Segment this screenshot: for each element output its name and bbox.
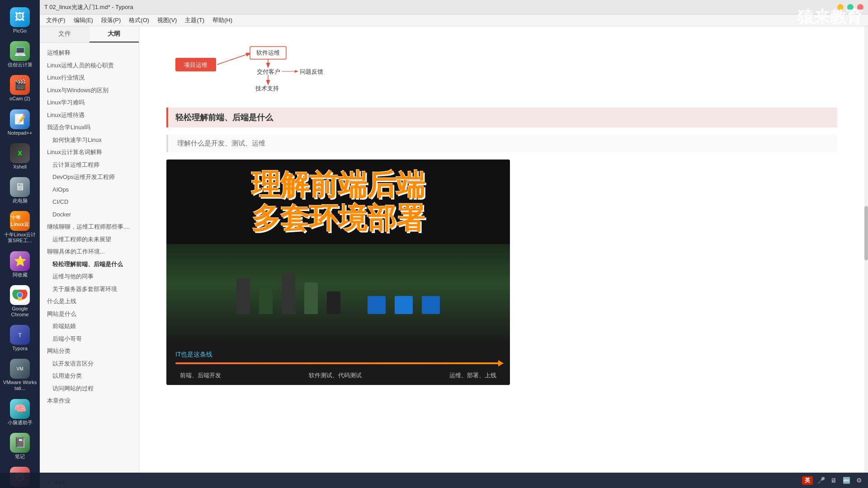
- editor-scrollbar[interactable]: [864, 26, 868, 476]
- outline-item-23[interactable]: 后端小哥哥: [40, 333, 139, 345]
- outline-item-5[interactable]: Linux运维待遇: [40, 109, 139, 122]
- minimize-button[interactable]: [837, 4, 844, 10]
- dock-item-chuangyin[interactable]: 💻 信创云计算: [2, 39, 38, 70]
- outline-item-15[interactable]: 运维工程师的未来展望: [40, 233, 139, 246]
- linux10-icon: 十年Linux云: [10, 211, 30, 231]
- dock-label-biji: 笔记: [15, 454, 25, 460]
- system-tray: 英 🎤 🖥 🔤 ⚙: [802, 476, 863, 485]
- outline-item-13[interactable]: Docker: [40, 208, 139, 221]
- dock-label-vmware: VMware Workstati...: [3, 380, 37, 391]
- outline-item-11[interactable]: AIOps: [40, 183, 139, 196]
- chrome-icon: [10, 285, 30, 305]
- maximize-button[interactable]: [847, 4, 854, 10]
- vmware-icon: VM: [10, 359, 30, 379]
- outline-item-16[interactable]: 聊聊具体的工作环境...: [40, 245, 139, 258]
- outline-item-4[interactable]: Linux学习难吗: [40, 96, 139, 109]
- svg-point-3: [18, 292, 23, 297]
- dock-item-xiaonao[interactable]: 🧠 小脑通助手: [2, 397, 38, 427]
- content-blockquote: 理解什么是开发、测试、运维: [166, 135, 837, 152]
- dock-item-goujian[interactable]: ⭐ 阿收藏: [2, 249, 38, 280]
- menu-format[interactable]: 格式(O): [125, 15, 153, 25]
- dock-item-biji[interactable]: 📓 笔记: [2, 431, 38, 461]
- outline-item-21[interactable]: 网站是什么: [40, 308, 139, 320]
- dock-item-linux10[interactable]: 十年Linux云 十年Linux云计算SRE工...: [2, 209, 38, 245]
- outline-item-28[interactable]: 本章作业: [40, 394, 139, 407]
- xiaonao-icon: 🧠: [10, 399, 30, 419]
- menu-theme[interactable]: 主题(T): [181, 15, 208, 25]
- menu-help[interactable]: 帮助(H): [209, 15, 236, 25]
- content-image-block: 理解前端后端 多套环境部署: [166, 160, 510, 385]
- timeline-label-3: 运维、部署、上线: [449, 371, 496, 380]
- outline-item-3[interactable]: Linux与Windows的区别: [40, 84, 139, 97]
- outline-item-9[interactable]: 云计算运维工程师: [40, 159, 139, 171]
- dock-label-xiaonao: 小脑通助手: [8, 420, 33, 426]
- dock-label-pc: 此电脑: [13, 198, 28, 204]
- svg-line-6: [217, 53, 250, 65]
- dock-item-xshell[interactable]: X Xshell: [2, 141, 38, 172]
- dock-item-picgo[interactable]: 🖼 PicGo: [2, 5, 38, 36]
- dock-label-xshell: Xshell: [13, 164, 27, 170]
- outline-item-27[interactable]: 访问网站的过程: [40, 382, 139, 395]
- close-button[interactable]: [857, 4, 863, 10]
- dock-label-picgo: PicGo: [13, 28, 27, 34]
- dock-label-linux10: 十年Linux云计算SRE工...: [3, 232, 37, 244]
- tray-icon-settings[interactable]: ⚙: [854, 476, 863, 485]
- dock-label-chuangyin: 信创云计算: [8, 62, 33, 68]
- outline-item-26[interactable]: 以用途分类: [40, 370, 139, 382]
- biji-icon: 📓: [10, 433, 30, 453]
- outline-item-8[interactable]: Linux云计算名词解释: [40, 146, 139, 159]
- dock-item-ocam[interactable]: 🎬 oCam (2): [2, 73, 38, 103]
- dock-item-notepad[interactable]: 📝 Notepad++: [2, 108, 38, 138]
- outline-item-24[interactable]: 网站分类: [40, 345, 139, 357]
- menu-view[interactable]: 视图(V): [154, 15, 180, 25]
- dock-item-pc[interactable]: 🖥 此电脑: [2, 175, 38, 206]
- scrollbar-thumb[interactable]: [864, 206, 868, 260]
- menu-file[interactable]: 文件(F): [42, 15, 69, 25]
- tab-file[interactable]: 文件: [40, 26, 90, 42]
- tray-icon-mic[interactable]: 🎤: [816, 476, 826, 485]
- titlebar: T 02_linux光速入门1.md* - Typora: [40, 0, 868, 14]
- input-method-badge[interactable]: 英: [802, 476, 813, 485]
- outline-item-2[interactable]: Linux行业情况: [40, 71, 139, 84]
- tray-icon-translate[interactable]: 🔤: [842, 476, 851, 485]
- image-bottom-section: IT也是这条线 前端、后端开发 软件测试、代码测试 运维、部署、上线: [166, 343, 510, 385]
- outline-tabs: 文件 大纲: [40, 26, 139, 43]
- window-title: T 02_linux光速入门1.md* - Typora: [44, 3, 837, 11]
- outline-item-19[interactable]: 关于服务器多套部署环境: [40, 283, 139, 296]
- menu-edit[interactable]: 编辑(E): [70, 15, 97, 25]
- chuangyin-icon: 💻: [10, 41, 30, 61]
- outline-item-17[interactable]: 轻松理解前端、后端是什么: [40, 258, 139, 271]
- outline-content[interactable]: 运维解释 Linux运维人员的核心职责 Linux行业情况 Linux与Wind…: [40, 43, 139, 476]
- typora-body: 文件 大纲 运维解释 Linux运维人员的核心职责 Linux行业情况 Linu…: [40, 26, 868, 476]
- outline-item-10[interactable]: DevOps运维开发工程师: [40, 171, 139, 183]
- menu-paragraph[interactable]: 段落(P): [98, 15, 124, 25]
- overlay-text-line1: 理解前端后端: [175, 169, 501, 202]
- menubar: 文件(F) 编辑(E) 段落(P) 格式(O) 视图(V) 主题(T) 帮助(H…: [40, 14, 868, 26]
- outline-item-20[interactable]: 什么是上线: [40, 295, 139, 308]
- svg-text:交付客户: 交付客户: [257, 68, 280, 75]
- outline-item-18[interactable]: 运维与他的同事: [40, 270, 139, 283]
- outline-item-14[interactable]: 继续聊聊，运维工程师那些事....: [40, 221, 139, 233]
- outline-item-22[interactable]: 前端姑娘: [40, 320, 139, 333]
- windows-taskbar: 英 🎤 🖥 🔤 ⚙: [0, 473, 868, 488]
- svg-text:技术支持: 技术支持: [255, 85, 279, 92]
- timeline-label-1: 前端、后端开发: [180, 371, 221, 380]
- xshell-icon: X: [10, 143, 30, 163]
- tab-outline[interactable]: 大纲: [90, 26, 139, 42]
- dock-item-typora[interactable]: T Typora: [2, 323, 38, 353]
- tray-icon-screen[interactable]: 🖥: [829, 476, 838, 485]
- outline-item-25[interactable]: 以开发语言区分: [40, 357, 139, 370]
- outline-item-7[interactable]: 如何快速学习Linux: [40, 134, 139, 146]
- dock-item-vmware[interactable]: VM VMware Workstati...: [2, 357, 38, 393]
- outline-item-1[interactable]: Linux运维人员的核心职责: [40, 59, 139, 72]
- timeline-labels: 前端、后端开发 软件测试、代码测试 运维、部署、上线: [175, 371, 501, 380]
- outline-item-12[interactable]: CI/CD: [40, 196, 139, 208]
- outline-item-0[interactable]: 运维解释: [40, 47, 139, 59]
- dock-label-chrome: GoogleChrome: [11, 306, 28, 318]
- image-title-overlay: 理解前端后端 多套环境部署: [166, 160, 510, 244]
- dock-item-chrome[interactable]: GoogleChrome: [2, 283, 38, 319]
- editor-area[interactable]: 项目运维 软件运维 交付客户 问题反馈: [139, 26, 864, 476]
- overlay-text-line2: 多套环境部署: [175, 202, 501, 235]
- window-controls: [837, 4, 863, 10]
- outline-item-6[interactable]: 我适合学Linux吗: [40, 121, 139, 134]
